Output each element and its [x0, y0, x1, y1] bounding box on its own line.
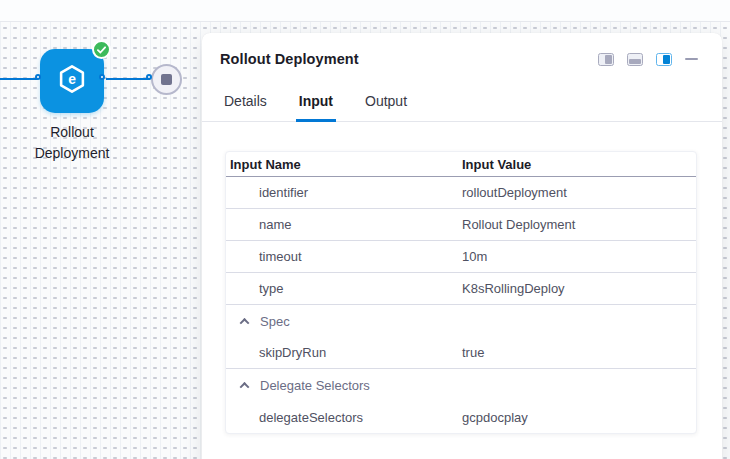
k8s-rolling-deploy-icon: e	[56, 63, 88, 99]
input-value-cell: true	[462, 345, 696, 360]
input-value-cell: K8sRollingDeploy	[462, 281, 696, 296]
minimize-icon[interactable]	[685, 58, 698, 60]
input-value-cell: gcpdocplay	[462, 410, 696, 425]
node-label-line2: Deployment	[0, 143, 152, 164]
group-row[interactable]: Spec	[226, 305, 696, 337]
right-view-icon[interactable]	[656, 53, 672, 66]
table-row: nameRollout Deployment	[226, 209, 696, 241]
stop-square-icon	[161, 74, 172, 85]
input-value-cell: rolloutDeployment	[462, 185, 696, 200]
tab-details[interactable]: Details	[221, 93, 270, 122]
group-label: Delegate Selectors	[260, 378, 370, 393]
input-value-cell: Rollout Deployment	[462, 217, 696, 232]
input-name-cell: delegateSelectors	[226, 410, 462, 425]
input-value-cell: 10m	[462, 249, 696, 264]
node-label-line1: Rollout	[0, 122, 152, 143]
input-table-header: Input Name Input Value	[226, 152, 696, 177]
input-table: Input Name Input Value identifierrollout…	[225, 151, 697, 434]
table-row: typeK8sRollingDeploy	[226, 273, 696, 305]
input-name-cell: timeout	[226, 249, 462, 264]
connector-line-in	[0, 78, 38, 80]
connector-line-out	[106, 78, 150, 80]
svg-text:e: e	[68, 71, 76, 87]
chevron-up-icon[interactable]	[240, 317, 250, 327]
tab-bar: Details Input Output	[202, 93, 722, 122]
stage-end-node[interactable]	[151, 64, 182, 95]
column-header-input-name: Input Name	[226, 157, 462, 172]
bottom-view-icon[interactable]	[627, 53, 643, 66]
node-port-left	[35, 74, 41, 80]
table-row: timeout10m	[226, 241, 696, 273]
success-check-icon	[92, 40, 111, 59]
group-label: Spec	[260, 314, 290, 329]
tab-input[interactable]: Input	[296, 93, 336, 122]
pipeline-step-node[interactable]: e	[40, 49, 104, 113]
table-row: identifierrolloutDeployment	[226, 177, 696, 209]
panel-header: Rollout Deployment	[202, 33, 722, 67]
table-row: delegateSelectorsgcpdocplay	[226, 401, 696, 433]
table-row: skipDryRuntrue	[226, 337, 696, 369]
node-port-right	[99, 74, 105, 80]
chevron-up-icon[interactable]	[240, 381, 250, 391]
panel-toolbar	[598, 53, 698, 66]
input-name-cell: type	[226, 281, 462, 296]
input-name-cell: skipDryRun	[226, 345, 462, 360]
group-row[interactable]: Delegate Selectors	[226, 369, 696, 401]
split-right-view-icon[interactable]	[598, 53, 614, 66]
column-header-input-value: Input Value	[462, 157, 696, 172]
input-name-cell: identifier	[226, 185, 462, 200]
step-details-panel: Rollout Deployment Details Input Output …	[202, 33, 722, 459]
top-strip	[0, 0, 730, 22]
tab-output[interactable]: Output	[362, 93, 410, 122]
input-table-body: identifierrolloutDeploymentnameRollout D…	[226, 177, 696, 433]
end-node-port	[146, 74, 152, 80]
node-label: Rollout Deployment	[0, 122, 152, 164]
panel-title: Rollout Deployment	[220, 51, 359, 67]
input-name-cell: name	[226, 217, 462, 232]
